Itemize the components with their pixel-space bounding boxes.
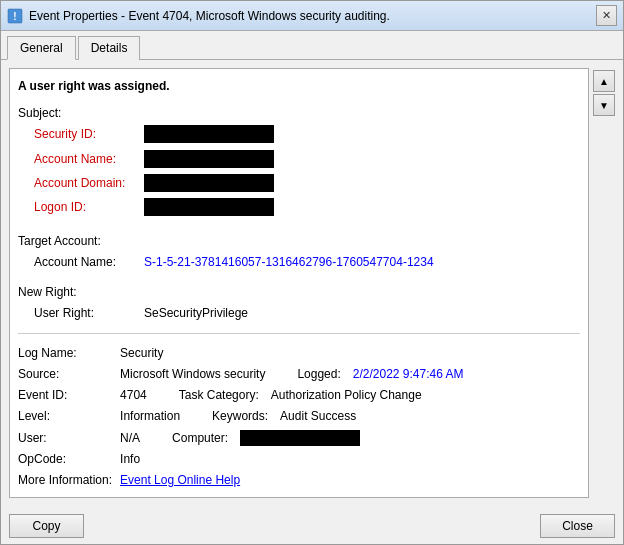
level-label: Level:	[18, 407, 112, 426]
keywords-value: Audit Success	[280, 407, 356, 426]
window-title: Event Properties - Event 4704, Microsoft…	[29, 9, 390, 23]
source-label: Source:	[18, 365, 112, 384]
user-right-row: User Right: SeSecurityPrivilege	[34, 304, 580, 323]
svg-text:!: !	[13, 11, 16, 22]
title-bar: ! Event Properties - Event 4704, Microso…	[1, 1, 623, 31]
meta-section: Log Name: Security Source: Microsoft Win…	[18, 344, 580, 490]
opcode-value: Info	[120, 450, 580, 469]
subject-header: Subject:	[18, 104, 580, 123]
target-account-name-label: Account Name:	[34, 253, 144, 272]
tabs-bar: General Details	[1, 31, 623, 60]
new-right-header: New Right:	[18, 283, 580, 302]
event-text: A user right was assigned. Subject: Secu…	[18, 77, 580, 490]
logon-id-redacted	[144, 198, 274, 216]
tab-general[interactable]: General	[7, 36, 76, 60]
task-category-label: Task Category:	[179, 386, 259, 405]
event-id-label: Event ID:	[18, 386, 112, 405]
account-domain-row: Account Domain:	[34, 174, 580, 198]
scroll-up-button[interactable]: ▲	[593, 70, 615, 92]
user-right-label: User Right:	[34, 304, 144, 323]
logged-label: Logged:	[297, 365, 340, 384]
computer-value	[240, 429, 360, 448]
user-row-content: N/A Computer:	[120, 429, 580, 448]
source-row-content: Microsoft Windows security Logged: 2/2/2…	[120, 365, 580, 384]
account-domain-label: Account Domain:	[34, 174, 144, 198]
footer: Copy Close	[1, 506, 623, 544]
scroll-buttons: ▲ ▼	[593, 68, 615, 498]
level-value: Information	[120, 407, 180, 426]
event-id-row-content: 4704 Task Category: Authorization Policy…	[120, 386, 580, 405]
logged-value: 2/2/2022 9:47:46 AM	[353, 365, 464, 384]
window-icon: !	[7, 8, 23, 24]
opcode-label: OpCode:	[18, 450, 112, 469]
log-name-value: Security	[120, 344, 580, 363]
main-panel: A user right was assigned. Subject: Secu…	[9, 68, 615, 498]
tab-details[interactable]: Details	[78, 36, 141, 60]
user-value: N/A	[120, 429, 140, 448]
security-id-value	[144, 125, 274, 149]
more-info-label: More Information:	[18, 471, 112, 490]
logon-id-row: Logon ID:	[34, 198, 580, 222]
target-account-name-row: Account Name: S-1-5-21-3781416057-131646…	[34, 253, 580, 272]
level-row-content: Information Keywords: Audit Success	[120, 407, 580, 426]
title-bar-left: ! Event Properties - Event 4704, Microso…	[7, 8, 390, 24]
computer-label: Computer:	[172, 429, 228, 448]
divider	[18, 333, 580, 334]
account-name-row: Account Name:	[34, 150, 580, 174]
event-properties-window: ! Event Properties - Event 4704, Microso…	[0, 0, 624, 545]
copy-button[interactable]: Copy	[9, 514, 84, 538]
event-log-online-help-link[interactable]: Event Log Online Help	[120, 471, 580, 490]
log-name-label: Log Name:	[18, 344, 112, 363]
security-id-redacted	[144, 125, 274, 143]
user-label: User:	[18, 429, 112, 448]
security-id-row: Security ID:	[34, 125, 580, 149]
security-id-label: Security ID:	[34, 125, 144, 149]
logon-id-label: Logon ID:	[34, 198, 144, 222]
logon-id-value	[144, 198, 274, 222]
scroll-down-button[interactable]: ▼	[593, 94, 615, 116]
account-domain-value	[144, 174, 274, 198]
event-text-area: A user right was assigned. Subject: Secu…	[9, 68, 589, 498]
target-account-name-value: S-1-5-21-3781416057-1316462796-176054770…	[144, 253, 434, 272]
keywords-label: Keywords:	[212, 407, 268, 426]
close-button[interactable]: ✕	[596, 5, 617, 26]
event-intro: A user right was assigned.	[18, 77, 580, 96]
task-category-value: Authorization Policy Change	[271, 386, 422, 405]
source-value: Microsoft Windows security	[120, 365, 265, 384]
account-name-label: Account Name:	[34, 150, 144, 174]
close-dialog-button[interactable]: Close	[540, 514, 615, 538]
computer-redacted	[240, 430, 360, 446]
account-name-redacted	[144, 150, 274, 168]
user-right-value: SeSecurityPrivilege	[144, 304, 248, 323]
account-domain-redacted	[144, 174, 274, 192]
content-area: A user right was assigned. Subject: Secu…	[1, 60, 623, 506]
account-name-value	[144, 150, 274, 174]
target-account-header: Target Account:	[18, 232, 580, 251]
event-id-value: 4704	[120, 386, 147, 405]
